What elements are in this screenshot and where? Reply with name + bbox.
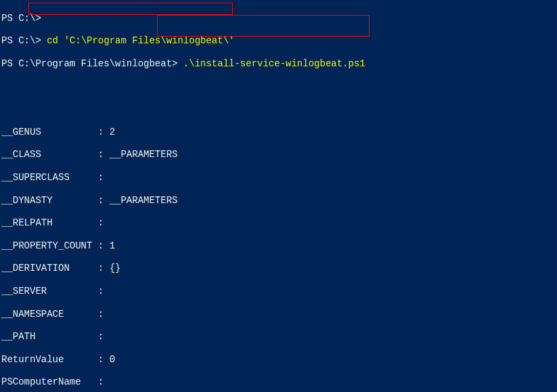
output-line: __PROPERTY_COUNT : 1 <box>1 240 556 252</box>
output-line: __PATH : <box>1 331 556 343</box>
prompt: PS C:\Program Files\winlogbeat> <box>1 58 183 69</box>
command-line: PS C:\Program Files\winlogbeat> .\instal… <box>1 58 556 70</box>
output-line: __DERIVATION : {} <box>1 263 556 274</box>
blank-line <box>1 104 556 115</box>
output-line: PS C:\> <box>1 13 556 24</box>
output-line: __DYNASTY : __PARAMETERS <box>1 195 556 206</box>
output-line: __CLASS : __PARAMETERS <box>1 149 556 160</box>
output-line: __RELPATH : <box>1 217 556 229</box>
output-line: ReturnValue : 0 <box>1 354 556 366</box>
prompt: PS C:\> <box>1 35 47 46</box>
output-line: __NAMESPACE : <box>1 309 556 320</box>
output-line: __GENUS : 2 <box>1 127 556 138</box>
powershell-terminal[interactable]: PS C:\> PS C:\> cd 'C:\Program Files\win… <box>1 1 556 392</box>
output-line: __SERVER : <box>1 286 556 297</box>
command-line: PS C:\> cd 'C:\Program Files\winlogbeat\… <box>1 35 556 47</box>
blank-line <box>1 81 556 93</box>
output-line: PSComputerName : <box>1 376 556 388</box>
output-line: __SUPERCLASS : <box>1 172 556 183</box>
command-cd: cd 'C:\Program Files\winlogbeat\' <box>47 35 234 46</box>
command-install: .\install-service-winlogbeat.ps1 <box>183 58 365 69</box>
